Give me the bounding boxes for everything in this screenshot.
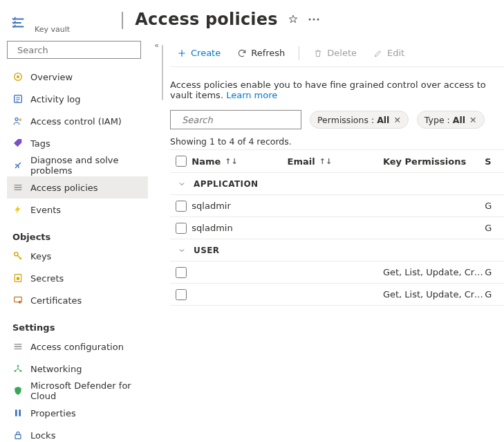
sort-asc-icon: ↑↓ [225,157,237,166]
trash-icon [313,48,323,58]
cell-secret-permissions: G [485,223,504,233]
table-row[interactable]: sqladminG [170,217,504,239]
sidebar-item-access-configuration[interactable]: Access configuration [7,335,148,358]
create-button[interactable]: Create [170,42,227,64]
sidebar-item-label: Access configuration [30,342,124,352]
props-icon [12,407,24,418]
sidebar-item-locks[interactable]: Locks [7,424,148,442]
activity-icon [12,93,24,104]
cell-secret-permissions: G [485,201,504,211]
sidebar-item-access-control-iam-[interactable]: Access control (IAM) [7,110,148,132]
svg-point-5 [17,75,19,78]
sidebar-item-activity-log[interactable]: Activity log [7,88,148,110]
chevron-down-icon [170,180,194,188]
accesscfg-icon [12,341,24,352]
sidebar: OverviewActivity logAccess control (IAM)… [0,34,152,442]
svg-point-1 [312,19,315,21]
policies-search[interactable] [170,110,301,129]
filter-permissions-pill[interactable]: Permissions : All ✕ [310,111,409,129]
sidebar-item-networking[interactable]: Networking [7,358,148,380]
delete-button: Delete [306,42,364,64]
collapse-sidebar-icon[interactable]: « [154,41,159,50]
sidebar-item-secrets[interactable]: Secrets [7,267,148,289]
svg-point-14 [17,365,19,367]
filter-type-pill[interactable]: Type : All ✕ [417,111,485,129]
policies-search-input[interactable] [180,114,301,126]
svg-point-7 [15,118,18,120]
sidebar-item-tags[interactable]: Tags [7,132,148,154]
sort-asc-icon: ↑↓ [319,157,332,166]
sidebar-item-diagnose-and-solve-problems[interactable]: Diagnose and solve problems [7,154,148,176]
svg-point-2 [317,19,319,21]
sidebar-item-certificates[interactable]: Certificates [7,289,148,311]
svg-point-0 [308,19,310,21]
table-row[interactable]: sqladmirG [170,195,504,217]
table-row[interactable]: Get, List, Update, Create, ...G [170,284,504,306]
cell-name: sqladmin [192,223,287,233]
row-checkbox[interactable] [176,223,187,234]
more-actions-icon[interactable] [308,18,319,21]
keys-icon [12,250,24,261]
edit-button: Edit [366,42,411,64]
overview-icon [12,71,24,82]
sidebar-item-overview[interactable]: Overview [7,66,148,88]
cell-key-permissions: Get, List, Update, Create, ... [383,267,485,277]
col-header-name[interactable]: Name↑↓ [192,156,287,167]
sidebar-item-label: Access control (IAM) [30,116,122,127]
col-header-email[interactable]: Email↑↓ [288,156,383,167]
svg-rect-11 [17,277,19,280]
row-checkbox[interactable] [176,289,187,300]
col-header-key-permissions[interactable]: Key Permissions [383,156,485,167]
learn-more-link[interactable]: Learn more [226,90,277,100]
iam-icon [12,116,24,127]
clear-filter-icon[interactable]: ✕ [393,115,400,125]
table-group-application[interactable]: APPLICATION [170,173,504,195]
command-bar: Create Refresh Delete Edit [170,39,504,67]
row-checkbox[interactable] [176,267,187,278]
policies-icon [12,182,24,193]
title-separator: | [120,10,125,29]
sidebar-item-access-policies[interactable]: Access policies [7,176,148,199]
sidebar-scrollbar[interactable] [162,45,165,442]
sidebar-item-events[interactable]: Events [7,199,148,221]
resource-type-label: Key vault [35,10,70,34]
diagnose-icon [12,160,24,171]
sidebar-item-label: Keys [30,251,51,261]
row-checkbox[interactable] [176,201,187,212]
network-icon [12,363,24,374]
sidebar-item-label: Diagnose and solve problems [30,155,142,176]
plus-icon [177,48,187,58]
svg-point-13 [19,301,21,304]
select-all-checkbox[interactable] [176,156,187,167]
sidebar-item-label: Access policies [30,183,98,193]
svg-point-9 [15,252,18,256]
sidebar-item-label: Overview [30,72,73,82]
toolbar-separator [299,46,299,60]
cell-key-permissions: Get, List, Update, Create, ... [383,289,485,300]
sidebar-item-label: Locks [30,430,55,441]
sidebar-item-label: Tags [30,138,50,149]
sidebar-item-properties[interactable]: Properties [7,402,148,424]
col-header-secret-permissions[interactable]: S [485,156,504,167]
secrets-icon [12,273,24,284]
sidebar-item-label: Microsoft Defender for Cloud [30,380,142,401]
sidebar-search-input[interactable] [16,44,136,56]
clear-filter-icon[interactable]: ✕ [469,115,476,125]
certs-icon [12,295,24,306]
refresh-button[interactable]: Refresh [230,42,292,64]
defender-icon [12,385,24,396]
page-title: Access policies [135,10,277,29]
events-icon [12,204,24,215]
tags-icon [12,138,24,149]
favorite-star-icon[interactable] [288,14,299,25]
table-group-user[interactable]: USER [170,239,504,261]
sidebar-item-keys[interactable]: Keys [7,245,148,267]
sidebar-item-label: Secrets [30,273,64,284]
sidebar-item-microsoft-defender-for-cloud[interactable]: Microsoft Defender for Cloud [7,380,148,402]
table-header: Name↑↓ Email↑↓ Key Permissions S [170,149,504,173]
sidebar-search[interactable] [7,41,141,59]
sidebar-item-label: Certificates [30,295,82,306]
sidebar-group-settings: Settings [7,311,148,335]
keyvault-logo-icon [8,12,29,33]
table-row[interactable]: Get, List, Update, Create, ...G [170,261,504,284]
